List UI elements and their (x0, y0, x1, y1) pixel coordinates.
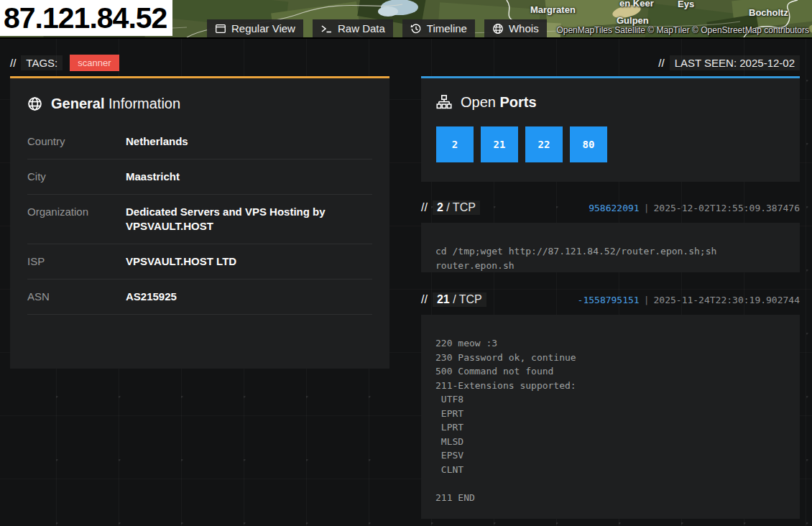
map-label-bocholtz: Bocholtz (749, 7, 788, 18)
port-button-80[interactable]: 80 (570, 126, 607, 162)
info-label: Organization (27, 205, 126, 234)
banner-hash-link[interactable]: 958622091 (589, 203, 639, 213)
port-list: 2 21 22 80 (436, 126, 785, 162)
tab-label: Regular View (231, 22, 295, 34)
last-seen-row: // LAST SEEN: 2025-12-02 (421, 54, 800, 71)
service-timestamp: 2025-11-24T22:30:19.902744 (654, 295, 801, 305)
ip-address: 87.121.84.52 (4, 0, 167, 36)
globe-icon (492, 23, 504, 34)
tab-label: Raw Data (338, 22, 385, 34)
right-column: // LAST SEEN: 2025-12-02 Open Ports 2 21… (421, 54, 800, 526)
info-value: VPSVAULT.HOST LTD (126, 254, 236, 269)
decorative-slashes: // (421, 293, 428, 306)
ip-title: 87.121.84.52 (0, 0, 172, 36)
info-label: Country (27, 134, 126, 149)
banner-hash-link[interactable]: -1558795151 (578, 295, 640, 305)
decorative-slashes: // (658, 57, 664, 69)
tab-label: Whois (509, 22, 539, 34)
service-header-port-21: // 21 / TCP -1558795151|2025-11-24T22:30… (421, 292, 800, 307)
service-banner-port-21: 220 meow :3 230 Password ok, continue 50… (421, 315, 800, 519)
info-value: Maastricht (126, 170, 180, 184)
sitemap-icon (436, 95, 452, 109)
open-ports-card: Open Ports 2 21 22 80 (421, 76, 800, 182)
service-header-port-2: // 2 / TCP 958622091|2025-12-02T12:55:09… (421, 200, 800, 215)
tag-scanner[interactable]: scanner (70, 55, 119, 71)
port-button-2[interactable]: 2 (436, 126, 474, 162)
map-label-en-keer: en Keer (619, 0, 654, 9)
general-info-title: General Information (27, 94, 372, 113)
map-label-gulpen: Gulpen (617, 15, 649, 26)
title-text: General Information (51, 94, 180, 113)
info-label: ASN (27, 290, 126, 304)
port-protocol-chip: 21 / TCP (433, 292, 486, 307)
general-info-card: General Information Country Netherlands … (10, 76, 389, 369)
map-attribution[interactable]: OpenMapTiles Satellite © MapTiler © Open… (556, 25, 809, 35)
info-label: City (27, 170, 126, 184)
host-overview: // TAGS: scanner General Information Cou… (0, 0, 812, 526)
service-timestamp: 2025-12-02T12:55:09.387476 (654, 203, 801, 213)
map-label-margraten: Margraten (530, 4, 576, 15)
globe-icon (27, 96, 42, 111)
service-meta: 958622091|2025-12-02T12:55:09.387476 (589, 203, 800, 213)
service-meta: -1558795151|2025-11-24T22:30:19.902744 (578, 295, 800, 305)
info-value: AS215925 (126, 290, 177, 304)
info-label: ISP (27, 254, 126, 269)
open-ports-title: Open Ports (436, 93, 785, 111)
tab-timeline[interactable]: Timeline (402, 19, 475, 37)
service-banner-port-2: cd /tmp;wget http://87.121.84.52/router.… (421, 223, 800, 272)
map-label-eys: Eys (678, 0, 694, 9)
info-row-organization: Organization Dedicated Servers and VPS H… (27, 195, 372, 244)
title-text: Open Ports (461, 93, 537, 111)
general-info-table: Country Netherlands City Maastricht Orga… (27, 124, 372, 315)
info-row-city: City Maastricht (27, 160, 372, 195)
info-row-country: Country Netherlands (27, 124, 372, 160)
info-value: Dedicated Servers and VPS Hosting by VPS… (126, 205, 363, 234)
port-protocol-chip: 2 / TCP (433, 200, 480, 215)
info-row-asn: ASN AS215925 (27, 280, 372, 315)
view-tabs: Regular View Raw Data Timeline Whois (207, 19, 547, 37)
terminal-icon (320, 23, 333, 34)
tab-raw-data[interactable]: Raw Data (313, 19, 393, 37)
history-icon (410, 23, 422, 34)
pipe-separator: | (644, 203, 650, 213)
tags-label: TAGS: (21, 55, 63, 70)
last-seen-label: LAST SEEN: 2025-12-02 (670, 55, 800, 70)
tags-row: // TAGS: scanner (10, 54, 389, 71)
map-header: en Keer Margraten Gulpen Eys Bocholtz Op… (0, 0, 812, 39)
tab-whois[interactable]: Whois (484, 19, 547, 37)
port-button-22[interactable]: 22 (525, 126, 563, 162)
tab-regular-view[interactable]: Regular View (207, 19, 303, 37)
info-row-isp: ISP VPSVAULT.HOST LTD (27, 244, 372, 280)
pipe-separator: | (644, 295, 650, 305)
info-value: Netherlands (126, 134, 188, 149)
decorative-slashes: // (10, 57, 16, 69)
service-port-title: // 2 / TCP (421, 200, 480, 215)
left-column: // TAGS: scanner General Information Cou… (10, 54, 389, 369)
port-button-21[interactable]: 21 (481, 126, 518, 162)
window-icon (215, 23, 226, 34)
decorative-slashes: // (421, 201, 428, 214)
tab-label: Timeline (427, 22, 467, 34)
service-port-title: // 21 / TCP (421, 292, 486, 307)
